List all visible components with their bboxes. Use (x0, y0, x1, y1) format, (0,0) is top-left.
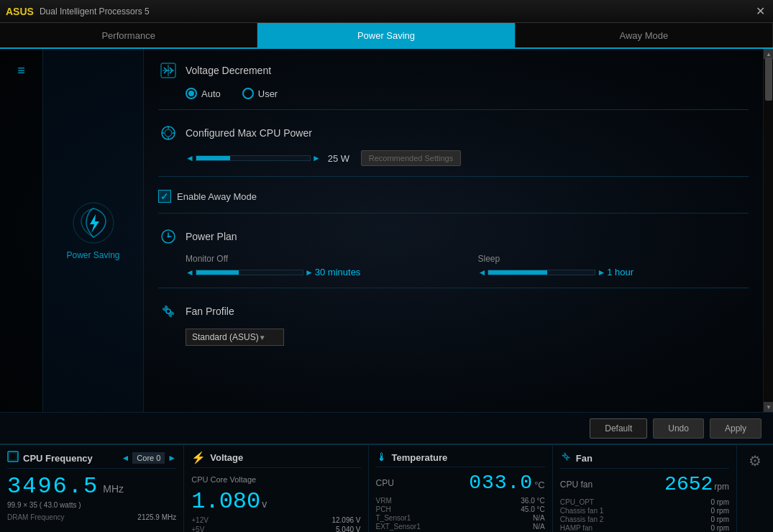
fan-profile-selected: Standard (ASUS) (192, 332, 259, 342)
svg-point-15 (564, 455, 567, 458)
sleep-right[interactable]: ► (597, 267, 605, 278)
sleep-slider[interactable]: ◄ ► 1 hour (478, 267, 749, 278)
fan-section: Fan CPU fan 2652 rpm CPU_OPT0 rpmChassis… (553, 445, 737, 532)
cpu-freq-unit: MHz (103, 483, 124, 495)
main-area: ≡ Power Saving (0, 49, 773, 412)
undo-button[interactable]: Undo (653, 418, 704, 439)
cpu-core-nav[interactable]: ◄ Core 0 ► (121, 452, 176, 464)
scrollbar-thumb[interactable] (765, 58, 772, 101)
cpu-core-voltage-label: CPU Core Voltage (191, 475, 256, 484)
monitor-off-track[interactable] (196, 270, 303, 275)
radio-user[interactable]: User (242, 88, 278, 99)
temperature-section: 🌡 Temperature CPU 033.0 °C VRM36.0 °CPCH… (369, 445, 553, 532)
cpu-power-header: Configured Max CPU Power (158, 123, 749, 143)
fan-row: Chassis fan 10 rpm (560, 507, 729, 515)
monitor-off-item: Monitor Off ◄ ► 30 minutes (186, 254, 457, 278)
cpu-freq-icon (7, 451, 19, 465)
radio-user-label: User (258, 88, 278, 99)
checkbox-check-icon: ✓ (160, 191, 169, 201)
tab-bar: Performance Power Saving Away Mode (0, 23, 773, 49)
cpu-temp-value: 033.0 (469, 472, 533, 494)
tab-away-mode[interactable]: Away Mode (516, 23, 773, 47)
temp-title: Temperature (392, 452, 448, 463)
svg-point-3 (165, 129, 172, 137)
left-panel-label: Power Saving (66, 250, 119, 260)
svg-rect-14 (9, 453, 17, 460)
content-area: Voltage Decrement Auto User (144, 49, 763, 412)
dram-value: 2125.9 MHz (137, 513, 176, 521)
app-logo: ASUS (6, 6, 34, 17)
cpu-freq-sub: 99.9 × 35 ( 43.0 watts ) (7, 501, 176, 509)
scrollbar-down[interactable]: ▼ (764, 402, 773, 412)
fan-row: Chassis fan 20 rpm (560, 515, 729, 523)
scrollbar[interactable]: ▲ ▼ (763, 49, 773, 412)
sensor-row: PCH45.0 °C (376, 505, 545, 513)
monitor-off-slider[interactable]: ◄ ► 30 minutes (186, 267, 457, 278)
voltage-monitor-icon: ⚡ (191, 451, 206, 464)
monitor-off-value: 30 minutes (315, 267, 361, 278)
sidebar-toggle[interactable]: ≡ (17, 63, 25, 78)
voltage-header: ⚡ Voltage (191, 451, 360, 468)
cpu-nav-right[interactable]: ► (168, 453, 176, 463)
left-panel: Power Saving (43, 49, 144, 412)
monitor-off-right[interactable]: ► (305, 267, 314, 278)
temp-header: 🌡 Temperature (376, 451, 545, 467)
gear-icon[interactable]: ⚙ (749, 452, 761, 469)
tab-power-saving[interactable]: Power Saving (257, 23, 515, 47)
sleep-track[interactable] (488, 270, 595, 275)
power-plan-section: Power Plan Monitor Off ◄ ► 30 minutes Sl (158, 226, 749, 288)
sleep-fill (488, 270, 546, 275)
slider-left-arrow[interactable]: ◄ (186, 153, 194, 163)
sensor-row: T_Sensor1N/A (376, 514, 545, 522)
voltage-row: +12V12.096 V (191, 516, 360, 524)
voltage-row: +5V5.040 V (191, 526, 360, 532)
power-plan-title: Power Plan (186, 231, 237, 242)
cpu-nav-left[interactable]: ◄ (121, 453, 129, 463)
svg-point-11 (168, 236, 170, 238)
sleep-left[interactable]: ◄ (478, 267, 487, 278)
cpu-power-slider-row: ◄ ► 25 W Recommended Settings (158, 150, 749, 166)
cpu-core-voltage-display: 1.080 v (191, 488, 360, 515)
fan-profile-icon (158, 301, 178, 321)
cpu-frequency-section: CPU Frequency ◄ Core 0 ► 3496.5 MHz 99.9… (0, 445, 184, 532)
cpu-fan-unit: rpm (714, 482, 729, 492)
monitor-off-left[interactable]: ◄ (186, 267, 194, 278)
sleep-value: 1 hour (607, 267, 650, 278)
voltage-rows: +12V12.096 V+5V5.040 V+3.3V3.296 VCPU Ca… (191, 516, 360, 532)
slider-track[interactable] (196, 155, 311, 161)
fan-profile-title: Fan Profile (186, 306, 234, 317)
cpu-core-voltage-row: CPU Core Voltage (191, 472, 360, 485)
cpu-temp-label: CPU (376, 478, 394, 488)
voltage-decrement-title: Voltage Decrement (186, 65, 271, 76)
tab-performance[interactable]: Performance (0, 23, 257, 47)
sensor-row: EXT_Sensor1N/A (376, 523, 545, 531)
recommended-settings-button[interactable]: Recommended Settings (361, 150, 461, 166)
away-mode-section: ✓ Enable Away Mode (158, 190, 749, 214)
settings-panel: ⚙ (737, 445, 773, 532)
voltage-decrement-header: Voltage Decrement (158, 60, 749, 81)
cpu-core-voltage-value: 1.080 (191, 488, 260, 515)
fan-profile-section: Fan Profile Standard (ASUS) ▼ (158, 301, 749, 356)
fan-select-container: Standard (ASUS) ▼ (186, 329, 749, 346)
cpu-freq-title: CPU Frequency (23, 453, 93, 464)
radio-auto-label: Auto (201, 88, 221, 99)
radio-auto[interactable]: Auto (186, 88, 221, 99)
apply-button[interactable]: Apply (710, 418, 761, 439)
close-button[interactable]: ✕ (753, 4, 767, 18)
temp-icon: 🌡 (376, 451, 388, 464)
slider-right-arrow[interactable]: ► (312, 153, 321, 163)
power-plan-header: Power Plan (158, 226, 749, 247)
fan-profile-select[interactable]: Standard (ASUS) ▼ (186, 329, 284, 346)
power-saving-icon (72, 201, 115, 244)
default-button[interactable]: Default (590, 418, 647, 439)
radio-auto-circle[interactable] (186, 88, 197, 99)
cpu-fan-value: 2652 (664, 473, 713, 495)
away-mode-checkbox[interactable]: ✓ (158, 190, 171, 203)
cpu-temp-row: CPU 033.0 °C (376, 472, 545, 494)
sidebar: ≡ (0, 49, 43, 412)
cpu-power-slider[interactable]: ◄ ► (186, 153, 321, 163)
cpu-freq-header: CPU Frequency ◄ Core 0 ► (7, 451, 176, 469)
sleep-label: Sleep (478, 254, 749, 264)
voltage-section: ⚡ Voltage CPU Core Voltage 1.080 v +12V1… (184, 445, 368, 532)
radio-user-circle[interactable] (242, 88, 254, 99)
